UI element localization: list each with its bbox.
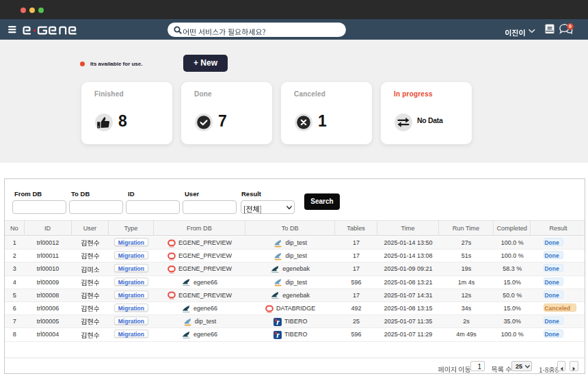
svg-text:0: 0 [569, 24, 572, 29]
